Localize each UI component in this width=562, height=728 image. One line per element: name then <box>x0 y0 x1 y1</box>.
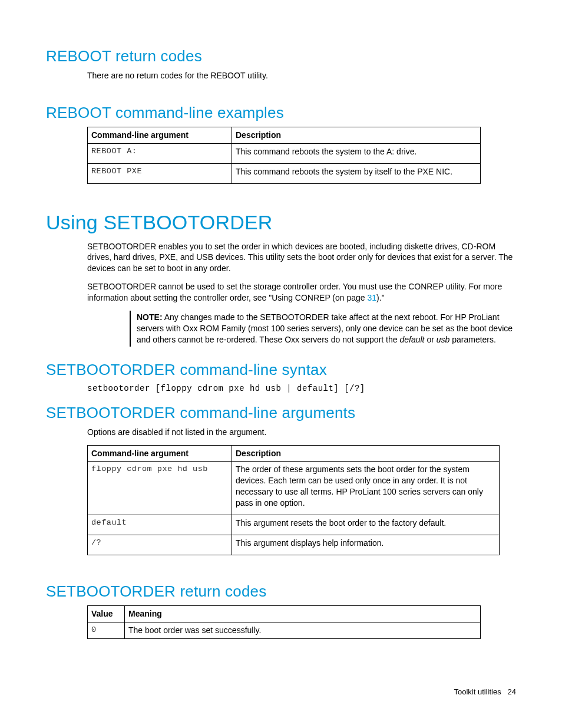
cell-arg: floppy cdrom pxe hd usb <box>88 462 232 515</box>
table-row: default This argument resets the boot or… <box>88 515 500 535</box>
heading-sbo-syntax: SETBOOTORDER command-line syntax <box>46 361 516 379</box>
cell-desc: This argument displays help information. <box>232 535 500 555</box>
heading-reboot-return-codes: REBOOT return codes <box>46 47 516 65</box>
text-sbo-args-intro: Options are disabled if not listed in th… <box>87 427 516 438</box>
table-row: floppy cdrom pxe hd usb The order of the… <box>88 462 500 515</box>
text-sbo-p1: SETBOOTORDER enables you to set the orde… <box>87 241 516 275</box>
table-row: 0 The boot order was set successfully. <box>88 622 481 638</box>
table-sbo-return: Value Meaning 0 The boot order was set s… <box>87 605 481 639</box>
note-italic-default: default <box>399 335 424 344</box>
th-desc: Description <box>232 127 481 143</box>
table-sbo-args: Command-line argument Description floppy… <box>87 445 500 555</box>
th-arg: Command-line argument <box>88 445 232 462</box>
th-meaning: Meaning <box>125 605 481 622</box>
cell-arg: REBOOT A: <box>88 143 232 163</box>
heading-sbo-return: SETBOOTORDER return codes <box>46 582 516 601</box>
heading-sbo-args: SETBOOTORDER command-line arguments <box>46 404 516 422</box>
note-italic-usb: usb <box>437 335 450 344</box>
table-row: /? This argument displays help informati… <box>88 535 500 555</box>
cell-desc: This command reboots the system to the A… <box>232 143 481 163</box>
table-row: REBOOT PXE This command reboots the syst… <box>88 163 481 183</box>
th-desc: Description <box>232 445 500 462</box>
note-box: NOTE: Any changes made to the SETBOOTORD… <box>130 311 516 347</box>
code-sbo-syntax: setbootorder [floppy cdrom pxe hd usb | … <box>87 384 516 393</box>
heading-reboot-examples: REBOOT command-line examples <box>46 104 516 122</box>
note-label: NOTE: <box>137 312 163 322</box>
text-reboot-codes-body: There are no return codes for the REBOOT… <box>87 70 516 81</box>
link-page-ref[interactable]: 31 <box>368 293 377 302</box>
page-footer: Toolkit utilities 24 <box>454 687 516 696</box>
page: REBOOT return codes There are no return … <box>0 0 562 728</box>
text-sbo-p2: SETBOOTORDER cannot be used to set the s… <box>87 281 516 304</box>
heading-using-setbootorder: Using SETBOOTORDER <box>46 211 516 234</box>
th-value: Value <box>88 605 125 622</box>
cell-arg: REBOOT PXE <box>88 163 232 183</box>
footer-section: Toolkit utilities <box>454 687 501 696</box>
th-arg: Command-line argument <box>88 127 232 143</box>
table-row: REBOOT A: This command reboots the syste… <box>88 143 481 163</box>
table-reboot-examples: Command-line argument Description REBOOT… <box>87 127 481 184</box>
footer-page-number: 24 <box>508 687 516 696</box>
cell-desc: This argument resets the boot order to t… <box>232 515 500 535</box>
cell-value: 0 <box>88 622 125 638</box>
cell-arg: default <box>88 515 232 535</box>
cell-desc: The order of these arguments sets the bo… <box>232 462 500 515</box>
cell-arg: /? <box>88 535 232 555</box>
cell-meaning: The boot order was set successfully. <box>125 622 481 638</box>
cell-desc: This command reboots the system by itsel… <box>232 163 481 183</box>
